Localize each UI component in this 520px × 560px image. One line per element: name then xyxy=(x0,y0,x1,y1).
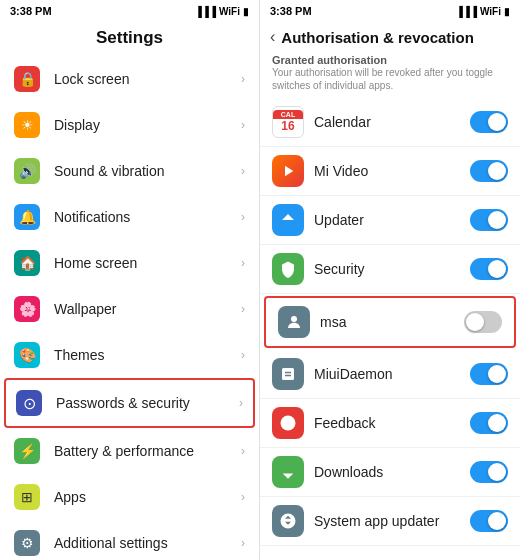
lock-screen-icon: 🔒 xyxy=(14,66,40,92)
msa-label: msa xyxy=(320,314,464,330)
auth-item-downloads[interactable]: Downloads xyxy=(260,448,520,497)
page-title: Settings xyxy=(0,22,259,56)
right-title: Authorisation & revocation xyxy=(281,29,474,46)
calendar-label: Calendar xyxy=(314,114,470,130)
apps-label: Apps xyxy=(54,489,241,505)
passwords-icon: ⊙ xyxy=(16,390,42,416)
granted-desc: Your authorisation will be revoked after… xyxy=(272,66,508,92)
auth-item-security[interactable]: Security xyxy=(260,245,520,294)
themes-chevron: › xyxy=(241,348,245,362)
calendar-icon: CAL 16 xyxy=(272,106,304,138)
home-screen-label: Home screen xyxy=(54,255,241,271)
settings-item-notifications[interactable]: 🔔 Notifications › xyxy=(0,194,259,240)
settings-item-battery[interactable]: ⚡ Battery & performance › xyxy=(0,428,259,474)
right-time: 3:38 PM xyxy=(270,5,312,17)
signal-icon: ▐▐▐ xyxy=(195,6,216,17)
feedback-toggle[interactable] xyxy=(470,412,508,434)
lock-screen-label: Lock screen xyxy=(54,71,241,87)
settings-item-display[interactable]: ☀ Display › xyxy=(0,102,259,148)
settings-item-apps[interactable]: ⊞ Apps › xyxy=(0,474,259,520)
back-button[interactable]: ‹ xyxy=(270,28,275,46)
system-app-updater-label: System app updater xyxy=(314,513,470,529)
sound-chevron: › xyxy=(241,164,245,178)
battery-chevron: › xyxy=(241,444,245,458)
themes-label: Themes xyxy=(54,347,241,363)
feedback-label: Feedback xyxy=(314,415,470,431)
updater-toggle[interactable] xyxy=(470,209,508,231)
granted-title: Granted authorisation xyxy=(272,54,508,66)
granted-section: Granted authorisation Your authorisation… xyxy=(260,50,520,98)
right-signal-icon: ▐▐▐ xyxy=(456,6,477,17)
miuidaemon-toggle[interactable] xyxy=(470,363,508,385)
settings-item-additional[interactable]: ⚙ Additional settings › xyxy=(0,520,259,560)
mi-video-toggle[interactable] xyxy=(470,160,508,182)
auth-item-updater[interactable]: Updater xyxy=(260,196,520,245)
left-status-bar: 3:38 PM ▐▐▐ WiFi ▮ xyxy=(0,0,259,22)
settings-item-passwords[interactable]: ⊙ Passwords & security › xyxy=(4,378,255,428)
battery-icon: ▮ xyxy=(243,6,249,17)
downloads-icon xyxy=(272,456,304,488)
apps-icon: ⊞ xyxy=(14,484,40,510)
right-status-bar: 3:38 PM ▐▐▐ WiFi ▮ xyxy=(260,0,520,22)
additional-icon: ⚙ xyxy=(14,530,40,556)
auth-item-feedback[interactable]: Feedback xyxy=(260,399,520,448)
auth-item-system-app-updater[interactable]: System app updater xyxy=(260,497,520,546)
display-chevron: › xyxy=(241,118,245,132)
additional-label: Additional settings xyxy=(54,535,241,551)
home-screen-icon: 🏠 xyxy=(14,250,40,276)
msa-toggle[interactable] xyxy=(464,311,502,333)
auth-item-msa[interactable]: msa xyxy=(264,296,516,348)
settings-item-lock-screen[interactable]: 🔒 Lock screen › xyxy=(0,56,259,102)
notifications-icon: 🔔 xyxy=(14,204,40,230)
auth-item-miuidaemon[interactable]: MiuiDaemon xyxy=(260,350,520,399)
settings-item-wallpaper[interactable]: 🌸 Wallpaper › xyxy=(0,286,259,332)
security-icon xyxy=(272,253,304,285)
auth-list: CAL 16 Calendar Mi Video Updater xyxy=(260,98,520,560)
security-label: Security xyxy=(314,261,470,277)
settings-item-sound[interactable]: 🔊 Sound & vibration › xyxy=(0,148,259,194)
updater-icon xyxy=(272,204,304,236)
downloads-toggle[interactable] xyxy=(470,461,508,483)
right-wifi-icon: WiFi xyxy=(480,6,501,17)
auth-item-mi-video[interactable]: Mi Video xyxy=(260,147,520,196)
right-header: ‹ Authorisation & revocation xyxy=(260,22,520,50)
security-toggle[interactable] xyxy=(470,258,508,280)
sound-label: Sound & vibration xyxy=(54,163,241,179)
notifications-chevron: › xyxy=(241,210,245,224)
themes-icon: 🎨 xyxy=(14,342,40,368)
right-status-icons: ▐▐▐ WiFi ▮ xyxy=(456,6,510,17)
apps-chevron: › xyxy=(241,490,245,504)
updater-label: Updater xyxy=(314,212,470,228)
home-screen-chevron: › xyxy=(241,256,245,270)
miuidaemon-icon xyxy=(272,358,304,390)
mi-video-icon xyxy=(272,155,304,187)
svg-rect-2 xyxy=(282,368,294,380)
svg-point-1 xyxy=(291,316,297,322)
battery-label: Battery & performance xyxy=(54,443,241,459)
wifi-icon: WiFi xyxy=(219,6,240,17)
auth-item-calendar[interactable]: CAL 16 Calendar xyxy=(260,98,520,147)
calendar-toggle[interactable] xyxy=(470,111,508,133)
system-app-updater-icon xyxy=(272,505,304,537)
left-panel: 3:38 PM ▐▐▐ WiFi ▮ Settings 🔒 Lock scree… xyxy=(0,0,260,560)
battery-perf-icon: ⚡ xyxy=(14,438,40,464)
right-battery-icon: ▮ xyxy=(504,6,510,17)
wallpaper-icon: 🌸 xyxy=(14,296,40,322)
display-icon: ☀ xyxy=(14,112,40,138)
right-panel: 3:38 PM ▐▐▐ WiFi ▮ ‹ Authorisation & rev… xyxy=(260,0,520,560)
downloads-label: Downloads xyxy=(314,464,470,480)
mi-video-label: Mi Video xyxy=(314,163,470,179)
notifications-label: Notifications xyxy=(54,209,241,225)
system-app-updater-toggle[interactable] xyxy=(470,510,508,532)
display-label: Display xyxy=(54,117,241,133)
msa-icon xyxy=(278,306,310,338)
passwords-chevron: › xyxy=(239,396,243,410)
miuidaemon-label: MiuiDaemon xyxy=(314,366,470,382)
settings-item-home-screen[interactable]: 🏠 Home screen › xyxy=(0,240,259,286)
lock-screen-chevron: › xyxy=(241,72,245,86)
settings-list: 🔒 Lock screen › ☀ Display › 🔊 Sound & vi… xyxy=(0,56,259,560)
settings-item-themes[interactable]: 🎨 Themes › xyxy=(0,332,259,378)
wallpaper-label: Wallpaper xyxy=(54,301,241,317)
feedback-icon xyxy=(272,407,304,439)
wallpaper-chevron: › xyxy=(241,302,245,316)
